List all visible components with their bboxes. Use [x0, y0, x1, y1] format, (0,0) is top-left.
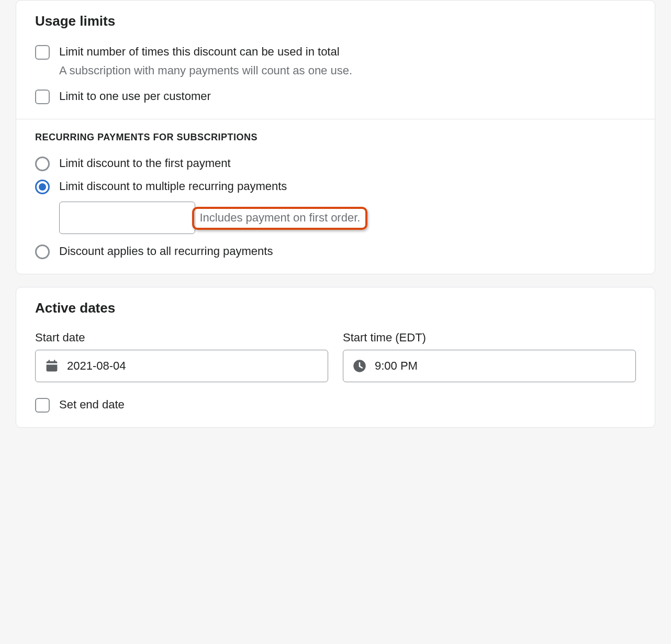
page-bottom-padding — [0, 440, 671, 529]
usage-limits-card: Usage limits Limit number of times this … — [16, 0, 655, 274]
limit-total-label[interactable]: Limit number of times this discount can … — [59, 44, 636, 60]
recurring-all-radio[interactable] — [35, 245, 50, 259]
date-time-row: Start date Start time (EDT) — [35, 331, 636, 382]
start-time-input-wrap[interactable] — [343, 350, 636, 382]
recurring-first-radio[interactable] — [35, 157, 50, 171]
calendar-icon — [45, 359, 59, 373]
limit-per-customer-row: Limit to one use per customer — [35, 88, 636, 104]
recurring-section: RECURRING PAYMENTS FOR SUBSCRIPTIONS Lim… — [16, 119, 655, 274]
start-date-input-wrap[interactable] — [35, 350, 328, 382]
start-date-input[interactable] — [67, 359, 318, 373]
set-end-date-body: Set end date — [59, 397, 636, 413]
recurring-heading: RECURRING PAYMENTS FOR SUBSCRIPTIONS — [35, 132, 636, 143]
active-dates-title: Active dates — [35, 300, 636, 316]
usage-limits-section: Usage limits Limit number of times this … — [16, 1, 655, 119]
clock-icon — [353, 359, 366, 373]
recurring-multiple-body: Limit discount to multiple recurring pay… — [59, 179, 636, 194]
start-time-field: Start time (EDT) — [343, 331, 636, 382]
recurring-multiple-count-input[interactable] — [59, 202, 195, 234]
start-time-input[interactable] — [375, 359, 626, 373]
limit-per-customer-checkbox[interactable] — [35, 90, 50, 104]
set-end-date-row: Set end date — [35, 397, 636, 413]
limit-total-row: Limit number of times this discount can … — [35, 44, 636, 78]
limit-per-customer-label[interactable]: Limit to one use per customer — [59, 88, 636, 104]
usage-limits-title: Usage limits — [35, 13, 636, 29]
set-end-date-checkbox[interactable] — [35, 398, 50, 413]
recurring-multiple-helper: Includes payment on first order. — [199, 210, 360, 226]
limit-total-help: A subscription with many payments will c… — [59, 63, 636, 79]
recurring-first-row: Limit discount to the first payment — [35, 156, 636, 171]
recurring-multiple-row: Limit discount to multiple recurring pay… — [35, 179, 636, 194]
start-date-label: Start date — [35, 331, 328, 345]
recurring-first-label[interactable]: Limit discount to the first payment — [59, 156, 636, 171]
set-end-date-label[interactable]: Set end date — [59, 397, 636, 413]
limit-per-customer-body: Limit to one use per customer — [59, 88, 636, 104]
limit-total-checkbox[interactable] — [35, 45, 50, 60]
recurring-multiple-label[interactable]: Limit discount to multiple recurring pay… — [59, 179, 636, 194]
recurring-multiple-radio[interactable] — [35, 180, 50, 194]
start-date-field: Start date — [35, 331, 328, 382]
active-dates-section: Active dates Start date — [16, 287, 655, 427]
recurring-all-body: Discount applies to all recurring paymen… — [59, 243, 636, 259]
active-dates-card: Active dates Start date — [16, 287, 655, 428]
recurring-all-row: Discount applies to all recurring paymen… — [35, 243, 636, 259]
recurring-first-body: Limit discount to the first payment — [59, 156, 636, 171]
recurring-multiple-helper-highlight: Includes payment on first order. — [192, 207, 367, 230]
start-time-label: Start time (EDT) — [343, 331, 636, 345]
recurring-all-label[interactable]: Discount applies to all recurring paymen… — [59, 243, 636, 259]
limit-total-body: Limit number of times this discount can … — [59, 44, 636, 78]
recurring-multiple-nested: Includes payment on first order. — [59, 202, 636, 234]
